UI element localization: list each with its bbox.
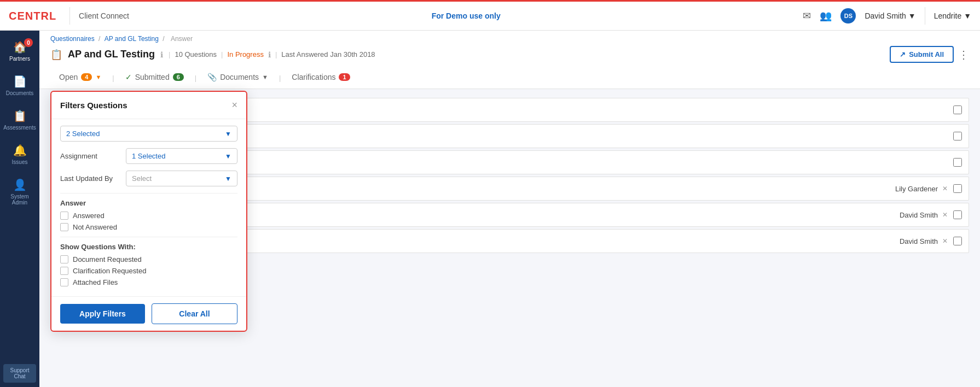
partial-status-dropdown: 2 Selected ▼	[60, 126, 237, 142]
tab-clarifications[interactable]: Clarifications 1	[283, 67, 358, 89]
status-chevron-icon: ▼	[225, 130, 231, 138]
sidebar-item-system-admin[interactable]: 👤 System Admin	[0, 173, 39, 211]
sidebar-item-label: Documents	[6, 90, 34, 96]
submit-all-button[interactable]: ↗ Submit All	[890, 46, 954, 63]
assignment-chevron-icon: ▼	[225, 153, 231, 160]
check-icon: ✓	[125, 73, 132, 81]
tab-documents[interactable]: 📎 Documents ▼	[199, 67, 277, 89]
filter-footer: Apply Filters Clear All	[51, 296, 246, 331]
more-options-button[interactable]: ⋮	[958, 48, 969, 61]
sidebar-item-label: Assessments	[3, 125, 36, 131]
doc-requested-checkbox[interactable]	[60, 255, 68, 263]
attached-files-row: Attached Files	[60, 278, 237, 286]
last-updated-select[interactable]: Select ▼	[126, 171, 237, 186]
clarification-requested-checkbox[interactable]	[60, 267, 68, 275]
chevron-icon: ▼	[95, 74, 101, 80]
page-title-row: 📋 AP and GL Testing ℹ | 10 Questions | I…	[50, 46, 969, 63]
user-name[interactable]: David Smith ▼	[865, 11, 915, 20]
sidebar-item-label: Issues	[12, 159, 28, 165]
info-icon[interactable]: ℹ	[160, 50, 163, 59]
remove-user-icon[interactable]: ✕	[942, 237, 948, 245]
remove-user-icon[interactable]: ✕	[942, 185, 948, 192]
users-icon[interactable]: 👥	[820, 10, 832, 22]
answered-checkbox[interactable]	[60, 212, 68, 220]
submit-icon: ↗	[900, 50, 906, 58]
filter-body: 2 Selected ▼ Assignment 1 Selected ▼ Las…	[51, 119, 246, 296]
page-meta: | 10 Questions | In Progress ℹ | Last An…	[169, 50, 375, 59]
tab-submitted[interactable]: ✓ Submitted 6	[117, 67, 193, 89]
filter-divider-1	[60, 193, 237, 194]
last-updated-select-value: Select	[132, 174, 152, 183]
row-checkbox[interactable]	[953, 132, 962, 140]
sidebar-item-label: System Admin	[4, 194, 35, 206]
status-info-icon[interactable]: ℹ	[268, 50, 271, 59]
assessment-badge: 0	[24, 38, 33, 47]
assignment-select-value: 1 Selected	[132, 152, 165, 160]
row-checkbox[interactable]	[953, 105, 962, 114]
user-avatar: DS	[840, 8, 856, 24]
filter-modal: Filters Questions × 2 Selected ▼ Assignm…	[50, 91, 247, 332]
app-logo: CENTRL	[9, 10, 56, 22]
tenant-name[interactable]: Lendrite ▼	[934, 11, 971, 20]
show-questions-title: Show Questions With:	[60, 243, 237, 251]
not-answered-checkbox[interactable]	[60, 223, 68, 231]
attached-files-label: Attached Files	[73, 278, 118, 286]
assessments-icon: 📋	[13, 109, 27, 122]
row-user: David Smith	[900, 211, 938, 219]
row-checkbox[interactable]	[953, 237, 962, 245]
breadcrumb: Questionnaires / AP and GL Testing / Ans…	[50, 35, 969, 43]
last-updated-chevron-icon: ▼	[225, 175, 231, 183]
apply-filters-button[interactable]: Apply Filters	[60, 304, 145, 324]
chevron-docs-icon: ▼	[262, 74, 268, 80]
status-badge: In Progress	[227, 50, 263, 58]
row-checkbox[interactable]	[953, 184, 962, 193]
row-user: Lily Gardener	[895, 185, 938, 193]
breadcrumb-questionnaires[interactable]: Questionnaires	[50, 35, 95, 43]
page-title: AP and GL Testing	[68, 49, 155, 60]
row-checkbox[interactable]	[953, 210, 962, 219]
tab-badge-open: 4	[81, 73, 92, 81]
tabs-row: Open 4 ▼ | ✓ Submitted 6 | 📎 Documents ▼…	[50, 67, 969, 89]
sidebar-item-partners[interactable]: 🏠 Partners 0	[0, 35, 39, 67]
sidebar-item-documents[interactable]: 📄 Documents	[0, 69, 39, 102]
status-select-value: 2 Selected	[66, 130, 100, 138]
page-title-icon: 📋	[50, 49, 62, 61]
last-answered: Last Answered Jan 30th 2018	[281, 50, 375, 58]
support-chat-button[interactable]: Support Chat	[3, 364, 36, 383]
clear-all-button[interactable]: Clear All	[152, 303, 237, 324]
row-checkbox[interactable]	[953, 158, 962, 167]
questions-count: 10 Questions	[175, 50, 217, 58]
sidebar-item-assessments[interactable]: 📋 Assessments	[0, 104, 39, 136]
breadcrumb-sep-2: /	[163, 35, 166, 43]
sidebar-item-label: Partners	[9, 56, 30, 62]
mail-icon[interactable]: ✉	[803, 10, 811, 22]
attached-files-checkbox[interactable]	[60, 278, 68, 286]
remove-user-icon[interactable]: ✕	[942, 211, 948, 219]
assignment-select[interactable]: 1 Selected ▼	[126, 148, 237, 164]
sidebar-item-issues[interactable]: 🔔 Issues	[0, 138, 39, 171]
answered-row: Answered	[60, 212, 237, 220]
status-select[interactable]: 2 Selected ▼	[60, 126, 237, 142]
doc-requested-row: Document Requested	[60, 255, 237, 263]
row-user: David Smith	[900, 237, 938, 245]
not-answered-row: Not Answered	[60, 223, 237, 231]
not-answered-label: Not Answered	[73, 223, 117, 231]
filter-close-button[interactable]: ×	[231, 99, 237, 111]
last-updated-label: Last Updated By	[60, 174, 126, 183]
clarification-requested-row: Clarification Requested	[60, 267, 237, 275]
system-admin-icon: 👤	[13, 178, 27, 191]
tab-label: Submitted	[135, 73, 170, 81]
filter-modal-header: Filters Questions ×	[51, 92, 246, 119]
tab-label: Open	[59, 73, 78, 81]
answered-label: Answered	[73, 212, 105, 220]
tab-open[interactable]: Open 4 ▼	[50, 67, 110, 89]
assignment-row: Assignment 1 Selected ▼	[60, 148, 237, 164]
assignment-label: Assignment	[60, 152, 126, 160]
demo-banner: For Demo use only	[138, 11, 795, 20]
client-connect-label: Client Connect	[79, 11, 129, 20]
top-nav: CENTRL Client Connect For Demo use only …	[0, 0, 980, 31]
breadcrumb-ap-gl[interactable]: AP and GL Testing	[105, 35, 159, 43]
doc-requested-label: Document Requested	[73, 255, 142, 263]
breadcrumb-sep-1: /	[98, 35, 102, 43]
last-updated-row: Last Updated By Select ▼	[60, 171, 237, 186]
